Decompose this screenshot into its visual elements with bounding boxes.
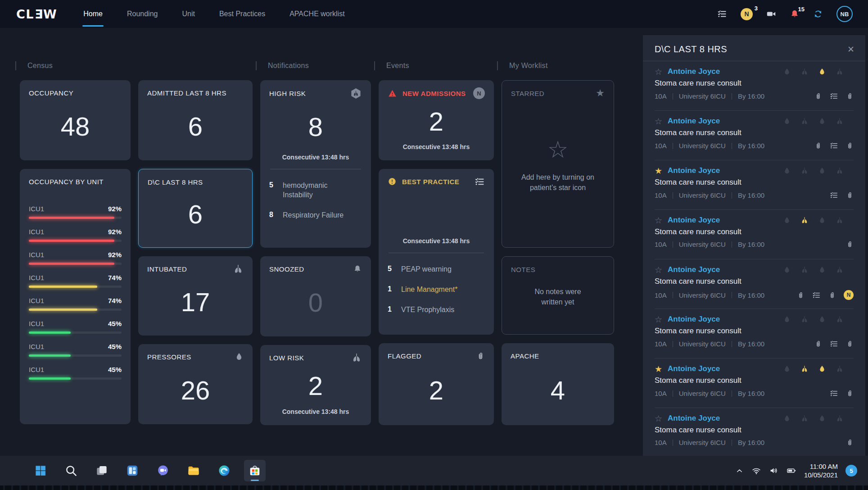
worklist-entry[interactable]: ☆ Antoine Joyce Stoma care nurse consult… [655,61,854,111]
paperclip-icon[interactable] [846,340,854,348]
flagged-card[interactable]: FLAGGED 2 [379,343,494,425]
paperclip-icon[interactable] [846,390,854,397]
clock[interactable]: 11:00 AM 10/05/2021 [804,462,838,480]
alerts-bell[interactable]: 15 [790,9,800,19]
star-icon[interactable]: ☆ [655,117,662,126]
nav-item-unit[interactable]: Unit [182,0,194,28]
patient-name-link[interactable]: Antoine Joyce [668,364,720,373]
clew-logo[interactable]: CLEW [16,7,57,21]
starred-caption: Add here by turning on patient’s star ic… [516,172,600,193]
paperclip-icon[interactable] [814,92,822,100]
volume-icon[interactable] [769,466,779,476]
pressores-card[interactable]: PRESSORES 26 [138,344,253,424]
widgets-icon [126,464,139,477]
patient-name-link[interactable]: Antoine Joyce [668,315,720,324]
worklist-icon[interactable] [717,9,727,19]
low-risk-card[interactable]: LOW RISK 2 Consecutive 13:48 hrs [260,345,371,425]
close-icon[interactable]: ✕ [847,44,854,54]
checklist-icon[interactable] [812,291,821,299]
occupancy-by-unit-card[interactable]: OCCUPANCY BY UNIT ICU1 92% ICU1 92% ICU1… [20,169,131,424]
nav-item-home[interactable]: Home [83,0,103,28]
task-view-button[interactable] [91,460,113,481]
count-item[interactable]: 5 PEAP wearning [388,265,485,274]
new-admissions-card[interactable]: NEW ADMISSIONS N 2 Consecutive 13:48 hrs [379,80,494,160]
star-icon[interactable]: ☆ [655,68,662,76]
paperclip-icon[interactable] [846,240,854,248]
occupancy-card[interactable]: OCCUPANCY 48 [20,80,131,160]
star-icon[interactable]: ★ [655,365,662,373]
paperclip-icon[interactable] [846,191,854,199]
star-icon[interactable]: ☆ [655,216,662,225]
patient-name-link[interactable]: Antoine Joyce [668,117,720,126]
star-icon[interactable]: ☆ [655,266,662,274]
paperclip-icon[interactable] [797,291,805,299]
worklist-entry[interactable]: ☆ Antoine Joyce Stoma care nurse consult… [655,210,854,259]
file-explorer-button[interactable] [183,460,204,481]
paperclip-icon[interactable] [846,92,854,100]
patient-name-link[interactable]: Antoine Joyce [668,166,720,175]
store-button[interactable] [244,460,266,481]
starred-card[interactable]: STARRED ★ ☆ Add here by turning on patie… [502,80,614,248]
worklist-entry[interactable]: ☆ Antoine Joyce Stoma care nurse consult… [655,408,854,456]
paperclip-icon[interactable] [814,142,822,150]
video-camera-icon[interactable] [766,9,776,19]
count-item[interactable]: 1 Line Managment* [388,285,485,295]
high-risk-lungs-hexagon-icon [350,87,362,100]
paperclip-icon[interactable] [846,142,854,150]
checklist-icon[interactable] [830,340,838,348]
patient-name-link[interactable]: Antoine Joyce [668,265,720,274]
count-value: 1 [388,285,393,295]
dc-last8-card[interactable]: D\C LAST 8 HRS 6 [138,169,253,248]
snoozed-card[interactable]: SNOOZED 0 [260,256,371,336]
best-practice-card[interactable]: BEST PRACTICE Consecutive 13:48 hrs 5 PE… [379,169,494,335]
paperclip-icon[interactable] [828,291,836,299]
patient-name-link[interactable]: Antoine Joyce [668,67,720,76]
start-button[interactable] [30,460,51,481]
notification-n-badge[interactable]: N 3 [741,8,753,20]
hidden-icons-chevron-icon[interactable] [735,467,744,475]
paperclip-icon[interactable] [814,340,822,348]
intubated-value: 17 [147,274,244,329]
user-avatar[interactable]: NB [836,6,853,22]
nav-item-apache-worklist[interactable]: APACHE worklist [289,0,344,28]
edge-button[interactable] [213,460,235,481]
lungs-icon [800,266,809,274]
count-item[interactable]: 1 VTE Prophylaxis [388,305,485,315]
worklist-entry[interactable]: ☆ Antoine Joyce Stoma care nurse consult… [655,259,854,309]
notification-count-badge[interactable]: 5 [845,465,857,476]
nav-item-rounding[interactable]: Rounding [127,0,158,28]
widgets-button[interactable] [122,460,143,481]
apache-card[interactable]: APACHE 4 [502,343,614,425]
battery-icon[interactable] [787,466,796,476]
notes-card[interactable]: NOTES No notes were written yet [502,256,614,335]
worklist-entry[interactable]: ☆ Antoine Joyce Stoma care nurse consult… [655,309,854,358]
star-icon[interactable]: ☆ [655,315,662,324]
search-button[interactable] [60,460,82,481]
checklist-icon[interactable] [830,389,838,398]
checklist-icon[interactable] [475,177,485,187]
high-risk-card[interactable]: HIGH RISK 8 Consecutive 13:48 hrs 5 hemo… [260,80,371,248]
admitted-card[interactable]: ADMITTED LAST 8 HRS 6 [138,80,253,160]
worklist-entry[interactable]: ★ Antoine Joyce Stoma care nurse consult… [655,358,854,408]
star-icon[interactable]: ★ [655,167,662,175]
star-icon[interactable]: ☆ [655,414,662,423]
worklist-entry[interactable]: ☆ Antoine Joyce Stoma care nurse consult… [655,111,854,160]
patient-name-link[interactable]: Antoine Joyce [668,216,720,225]
checklist-icon[interactable] [830,191,838,200]
refresh-icon[interactable] [813,9,823,19]
droplet-icon [783,68,791,76]
worklist-entry[interactable]: ★ Antoine Joyce Stoma care nurse consult… [655,160,854,210]
chat-button[interactable] [152,460,174,481]
patient-name-link[interactable]: Antoine Joyce [668,414,720,423]
intubated-card[interactable]: INTUBATED 17 [138,256,253,336]
n-notification-badge[interactable]: N [844,290,854,300]
count-item[interactable]: 5 hemodymanic Instability [269,181,362,200]
paperclip-icon [476,352,485,360]
unit-label: ICU1 [29,228,44,236]
checklist-icon[interactable] [830,141,838,150]
count-item[interactable]: 8 Respiratory Failure [269,211,362,220]
nav-item-best-practices[interactable]: Best Practices [219,0,265,28]
paperclip-icon[interactable] [846,439,854,446]
wifi-icon[interactable] [751,466,761,476]
checklist-icon[interactable] [830,92,838,100]
